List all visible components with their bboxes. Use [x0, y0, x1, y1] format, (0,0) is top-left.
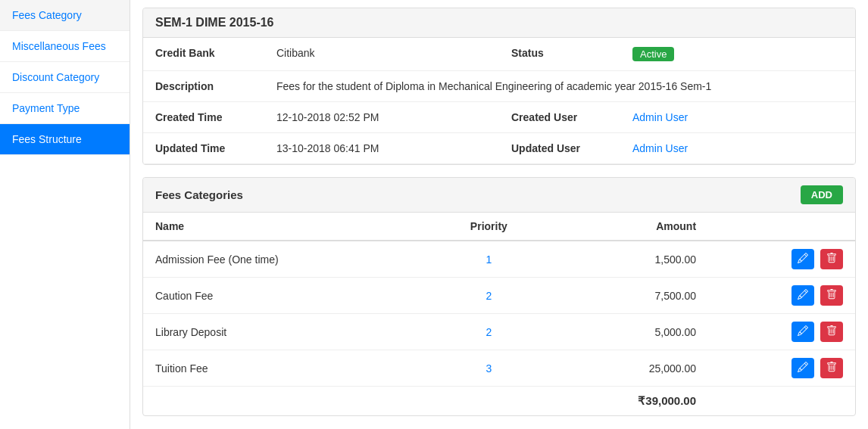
row-priority: 3 — [429, 350, 548, 387]
created-user-link[interactable]: Admin User — [632, 111, 688, 123]
main-content: SEM-1 DIME 2015-16 Credit Bank Citibank … — [130, 0, 868, 429]
total-amount: ₹39,000.00 — [548, 387, 708, 416]
row-priority: 2 — [429, 314, 548, 350]
sidebar: Fees Category Miscellaneous Fees Discoun… — [0, 0, 130, 429]
fees-categories-title: Fees Categories — [155, 188, 243, 201]
sidebar-item-miscellaneous-fees[interactable]: Miscellaneous Fees — [0, 31, 130, 62]
sidebar-link-miscellaneous-fees: Miscellaneous Fees — [12, 40, 106, 52]
row-name: Tuition Fee — [143, 350, 429, 387]
sidebar-item-discount-category[interactable]: Discount Category — [0, 62, 130, 93]
delete-button[interactable] — [820, 322, 843, 342]
col-priority: Priority — [429, 213, 548, 241]
created-time-label: Created Time — [143, 102, 264, 133]
col-actions — [708, 213, 855, 241]
description-value: Fees for the student of Diploma in Mecha… — [264, 71, 855, 102]
row-priority: 1 — [429, 241, 548, 278]
col-name: Name — [143, 213, 429, 241]
updated-user-value: Admin User — [620, 133, 855, 164]
edit-button[interactable] — [792, 322, 814, 342]
edit-button[interactable] — [792, 285, 814, 306]
delete-button[interactable] — [820, 285, 843, 306]
edit-button[interactable] — [792, 249, 814, 269]
updated-time-value: 13-10-2018 06:41 PM — [264, 133, 499, 164]
fees-categories-card: Fees Categories ADD Name Priority Amount… — [142, 177, 856, 416]
credit-bank-value: Citibank — [264, 38, 499, 71]
table-row: Library Deposit 2 5,000.00 — [143, 314, 855, 350]
table-row: Admission Fee (One time) 1 1,500.00 — [143, 241, 855, 278]
row-amount: 5,000.00 — [548, 314, 708, 350]
fees-categories-table: Name Priority Amount Admission Fee (One … — [143, 213, 855, 415]
sidebar-item-fees-structure[interactable]: Fees Structure — [0, 124, 130, 155]
detail-card-header: SEM-1 DIME 2015-16 — [143, 8, 855, 38]
total-action-cell — [708, 387, 855, 416]
delete-button[interactable] — [820, 358, 843, 378]
total-row: ₹39,000.00 — [143, 387, 855, 416]
fees-categories-header: Fees Categories ADD — [143, 178, 855, 213]
sidebar-item-payment-type[interactable]: Payment Type — [0, 93, 130, 124]
status-cell: Active — [620, 38, 855, 71]
row-name: Library Deposit — [143, 314, 429, 350]
status-badge: Active — [632, 47, 674, 61]
row-name: Caution Fee — [143, 278, 429, 314]
status-label: Status — [499, 38, 620, 71]
edit-button[interactable] — [792, 358, 814, 378]
updated-user-label: Updated User — [499, 133, 620, 164]
row-actions — [708, 350, 855, 387]
total-label-cell — [143, 387, 548, 416]
row-actions — [708, 314, 855, 350]
add-button[interactable]: ADD — [801, 185, 843, 204]
updated-time-label: Updated Time — [143, 133, 264, 164]
detail-grid: Credit Bank Citibank Status Active Descr… — [143, 38, 855, 164]
table-header-row: Name Priority Amount — [143, 213, 855, 241]
sidebar-link-fees-category: Fees Category — [12, 9, 82, 21]
created-user-value: Admin User — [620, 102, 855, 133]
row-actions — [708, 241, 855, 278]
credit-bank-label: Credit Bank — [143, 38, 264, 71]
created-user-label: Created User — [499, 102, 620, 133]
sidebar-link-payment-type: Payment Type — [12, 102, 80, 114]
sidebar-link-discount-category: Discount Category — [12, 71, 99, 83]
row-amount: 7,500.00 — [548, 278, 708, 314]
table-row: Caution Fee 2 7,500.00 — [143, 278, 855, 314]
row-actions — [708, 278, 855, 314]
table-row: Tuition Fee 3 25,000.00 — [143, 350, 855, 387]
row-amount: 25,000.00 — [548, 350, 708, 387]
created-time-value: 12-10-2018 02:52 PM — [264, 102, 499, 133]
description-label: Description — [143, 71, 264, 102]
sidebar-label-fees-structure: Fees Structure — [12, 133, 82, 145]
delete-button[interactable] — [820, 249, 843, 269]
row-priority: 2 — [429, 278, 548, 314]
row-name: Admission Fee (One time) — [143, 241, 429, 278]
updated-user-link[interactable]: Admin User — [632, 142, 688, 154]
detail-card: SEM-1 DIME 2015-16 Credit Bank Citibank … — [142, 8, 856, 165]
col-amount: Amount — [548, 213, 708, 241]
row-amount: 1,500.00 — [548, 241, 708, 278]
sidebar-item-fees-category[interactable]: Fees Category — [0, 0, 130, 31]
detail-title: SEM-1 DIME 2015-16 — [155, 16, 274, 29]
